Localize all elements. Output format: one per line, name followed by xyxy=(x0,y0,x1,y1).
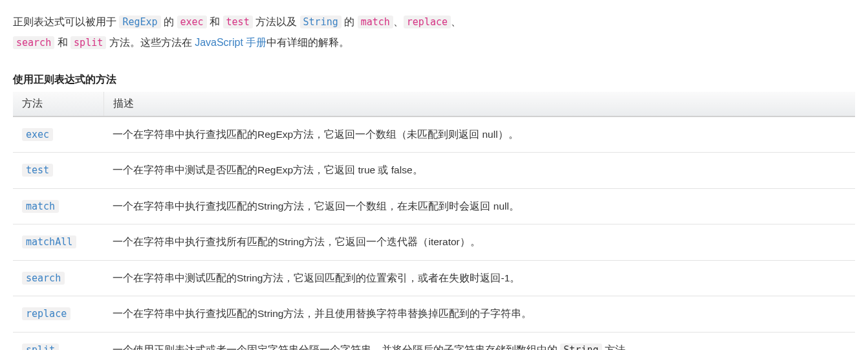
string-code: String xyxy=(300,16,342,28)
table-caption: 使用正则表达式的方法 xyxy=(13,71,855,88)
intro-text: 和 xyxy=(207,16,223,27)
replace-code: replace xyxy=(404,16,451,28)
intro-text: 、 xyxy=(451,16,461,27)
intro-text: 方法以及 xyxy=(253,16,300,27)
header-method: 方法 xyxy=(13,92,103,116)
table-row: split一个使用正则表达式或者一个固定字符串分隔一个字符串，并将分隔后的子字符… xyxy=(13,332,855,350)
method-link[interactable]: exec xyxy=(22,128,53,141)
intro-text: 和 xyxy=(54,37,71,48)
method-link[interactable]: test xyxy=(22,164,53,177)
match-code: match xyxy=(358,16,393,28)
method-cell: search xyxy=(13,260,103,296)
method-cell: split xyxy=(13,332,103,350)
method-link[interactable]: replace xyxy=(22,307,71,320)
method-cell: matchAll xyxy=(13,224,103,261)
method-cell: match xyxy=(13,188,103,224)
intro-text: 的 xyxy=(161,16,177,27)
intro-text: 中有详细的解释。 xyxy=(266,37,349,48)
desc-cell: 一个在字符串中执行查找匹配的String方法，它返回一个数组，在未匹配到时会返回… xyxy=(103,188,855,224)
intro-text: 的 xyxy=(342,16,358,27)
intro-text: 正则表达式可以被用于 xyxy=(13,16,119,27)
split-code: split xyxy=(71,36,106,49)
method-cell: test xyxy=(13,153,103,189)
method-cell: exec xyxy=(13,116,103,153)
table-row: exec一个在字符串中执行查找匹配的RegExp方法，它返回一个数组（未匹配到则… xyxy=(13,116,855,153)
method-cell: replace xyxy=(13,296,103,333)
table-row: match一个在字符串中执行查找匹配的String方法，它返回一个数组，在未匹配… xyxy=(13,188,855,224)
desc-cell: 一个在字符串中测试匹配的String方法，它返回匹配到的位置索引，或者在失败时返… xyxy=(103,260,855,296)
desc-cell: 一个使用正则表达式或者一个固定字符串分隔一个字符串，并将分隔后的子字符串存储到数… xyxy=(103,332,855,350)
table-row: search一个在字符串中测试匹配的String方法，它返回匹配到的位置索引，或… xyxy=(13,260,855,296)
regexp-code: RegExp xyxy=(119,16,160,28)
methods-table: 方法 描述 exec一个在字符串中执行查找匹配的RegExp方法，它返回一个数组… xyxy=(13,92,855,350)
desc-cell: 一个在字符串中执行查找匹配的RegExp方法，它返回一个数组（未匹配到则返回 n… xyxy=(103,116,855,153)
table-row: matchAll一个在字符串中执行查找所有匹配的String方法，它返回一个迭代… xyxy=(13,224,855,261)
header-desc: 描述 xyxy=(103,92,855,116)
intro-text: 、 xyxy=(393,16,404,27)
js-manual-link[interactable]: JavaScript 手册 xyxy=(195,37,266,48)
method-link[interactable]: matchAll xyxy=(22,235,76,248)
exec-code: exec xyxy=(177,16,207,28)
method-link[interactable]: search xyxy=(22,272,65,285)
method-link[interactable]: split xyxy=(22,344,59,350)
test-code: test xyxy=(223,16,253,28)
intro-paragraph: 正则表达式可以被用于 RegExp 的 exec 和 test 方法以及 Str… xyxy=(13,13,855,51)
table-row: test一个在字符串中测试是否匹配的RegExp方法，它返回 true 或 fa… xyxy=(13,153,855,189)
string-code: String xyxy=(560,344,602,350)
desc-cell: 一个在字符串中测试是否匹配的RegExp方法，它返回 true 或 false。 xyxy=(103,153,855,189)
method-link[interactable]: match xyxy=(22,200,59,213)
search-code: search xyxy=(13,36,54,49)
intro-text: 方法。这些方法在 xyxy=(106,37,195,48)
table-row: replace一个在字符串中执行查找匹配的String方法，并且使用替换字符串替… xyxy=(13,296,855,333)
desc-cell: 一个在字符串中执行查找所有匹配的String方法，它返回一个迭代器（iterat… xyxy=(103,224,855,261)
desc-cell: 一个在字符串中执行查找匹配的String方法，并且使用替换字符串替换掉匹配到的子… xyxy=(103,296,855,333)
